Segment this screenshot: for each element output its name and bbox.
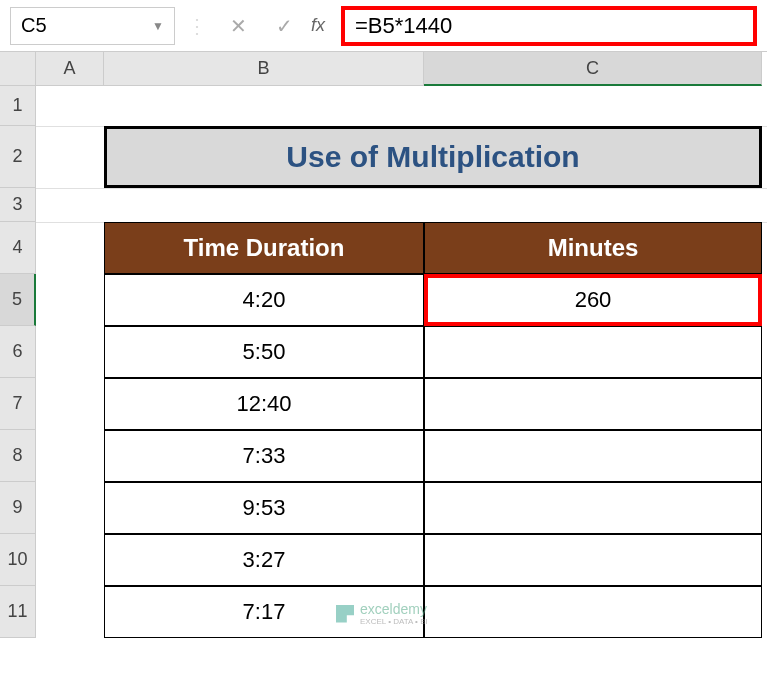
table-header-minutes[interactable]: Minutes (424, 222, 762, 274)
cell-c10[interactable] (424, 534, 762, 586)
name-box[interactable]: C5 ▼ (10, 7, 175, 45)
cells-area: A B C Use of Multiplication Time Duratio… (36, 52, 767, 683)
cell-b5[interactable]: 4:20 (104, 274, 424, 326)
formula-bar-row: C5 ▼ ⋮ ✕ ✓ fx =B5*1440 (0, 0, 767, 52)
cell-b10[interactable]: 3:27 (104, 534, 424, 586)
col-header-a[interactable]: A (36, 52, 104, 86)
cancel-icon[interactable]: ✕ (219, 7, 257, 45)
watermark-logo-icon (336, 605, 354, 623)
row-header-1[interactable]: 1 (0, 86, 36, 126)
row-header-11[interactable]: 11 (0, 586, 36, 638)
watermark: exceldemy EXCEL • DATA • BI (336, 601, 428, 626)
row-header-10[interactable]: 10 (0, 534, 36, 586)
cell-b8[interactable]: 7:33 (104, 430, 424, 482)
watermark-tagline: EXCEL • DATA • BI (360, 617, 428, 626)
row-header-6[interactable]: 6 (0, 326, 36, 378)
divider: ⋮ (187, 14, 207, 38)
spreadsheet-grid: 1 2 3 4 5 6 7 8 9 10 11 A B C Use of Mul… (0, 52, 767, 683)
select-all-corner[interactable] (0, 52, 36, 86)
enter-icon[interactable]: ✓ (265, 7, 303, 45)
cell-c7[interactable] (424, 378, 762, 430)
row-header-8[interactable]: 8 (0, 430, 36, 482)
cell-c5[interactable]: 260 (424, 274, 762, 326)
formula-input[interactable]: =B5*1440 (341, 6, 757, 46)
chevron-down-icon[interactable]: ▼ (152, 19, 164, 33)
cell-c9[interactable] (424, 482, 762, 534)
left-col: 1 2 3 4 5 6 7 8 9 10 11 (0, 52, 36, 683)
formula-text: =B5*1440 (355, 13, 452, 39)
cell-b7[interactable]: 12:40 (104, 378, 424, 430)
fx-icon[interactable]: fx (311, 15, 325, 36)
row-header-7[interactable]: 7 (0, 378, 36, 430)
watermark-text: exceldemy EXCEL • DATA • BI (360, 601, 428, 626)
row-header-2[interactable]: 2 (0, 126, 36, 188)
row-headers: 1 2 3 4 5 6 7 8 9 10 11 (0, 86, 36, 638)
row-header-3[interactable]: 3 (0, 188, 36, 222)
col-header-b[interactable]: B (104, 52, 424, 86)
cell-c6[interactable] (424, 326, 762, 378)
gridline (36, 188, 767, 189)
cell-b6[interactable]: 5:50 (104, 326, 424, 378)
title-cell[interactable]: Use of Multiplication (104, 126, 762, 188)
cell-c11[interactable] (424, 586, 762, 638)
row-header-4[interactable]: 4 (0, 222, 36, 274)
row-header-9[interactable]: 9 (0, 482, 36, 534)
cell-b9[interactable]: 9:53 (104, 482, 424, 534)
table-header-time[interactable]: Time Duration (104, 222, 424, 274)
column-headers: A B C (36, 52, 767, 86)
cell-c8[interactable] (424, 430, 762, 482)
name-box-value: C5 (21, 14, 47, 37)
col-header-c[interactable]: C (424, 52, 762, 86)
row-header-5[interactable]: 5 (0, 274, 36, 326)
watermark-brand: exceldemy (360, 601, 427, 617)
